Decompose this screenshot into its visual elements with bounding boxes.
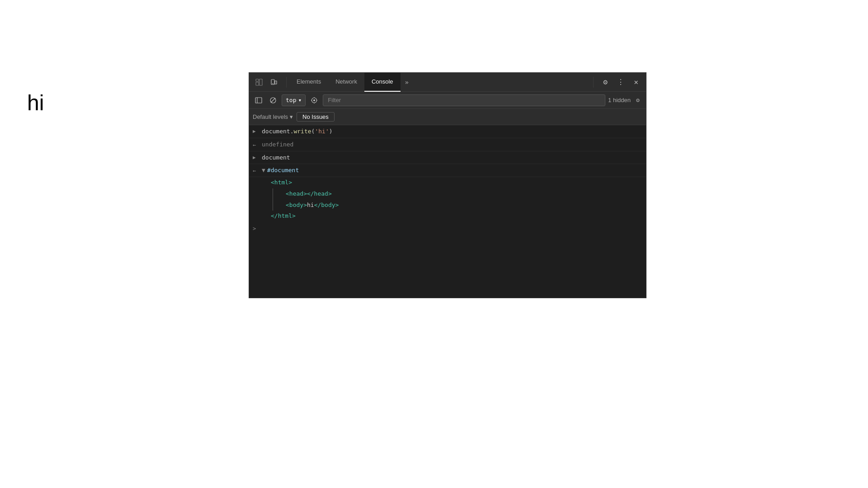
expand-arrow-1[interactable]: ▶ bbox=[253, 128, 259, 136]
context-dropdown-arrow: ▾ bbox=[298, 97, 302, 103]
tree-head-tag: <head></head> bbox=[286, 189, 332, 199]
device-toolbar-icon[interactable] bbox=[267, 76, 280, 89]
tree-line-html-close: </html> bbox=[267, 211, 646, 222]
return-arrow-2: ← bbox=[253, 167, 259, 175]
tree-line-body: <body>hi</body> bbox=[278, 200, 646, 211]
tree-children: <head></head> <body>hi</body> bbox=[267, 188, 646, 211]
console-prompt: > bbox=[253, 225, 256, 232]
tree-html-tag: <html> bbox=[271, 178, 292, 188]
toolbar-icon-group bbox=[253, 76, 280, 89]
context-label: top bbox=[286, 97, 296, 103]
toolbar-right-actions: ⚙ ⋮ ✕ bbox=[590, 76, 642, 89]
svg-point-11 bbox=[313, 99, 315, 101]
svg-rect-2 bbox=[259, 79, 262, 85]
close-devtools-button[interactable]: ✕ bbox=[630, 76, 642, 89]
sidebar-toggle-icon[interactable] bbox=[253, 94, 264, 106]
tab-network[interactable]: Network bbox=[328, 73, 364, 92]
tab-console[interactable]: Console bbox=[364, 73, 401, 92]
context-selector[interactable]: top ▾ bbox=[282, 94, 306, 106]
console-line-3: ▶ document bbox=[249, 151, 646, 164]
return-arrow-1: ← bbox=[253, 141, 259, 149]
default-levels-button[interactable]: Default levels ▾ bbox=[253, 113, 293, 120]
svg-rect-1 bbox=[256, 82, 259, 85]
hidden-count-badge: 1 hidden bbox=[608, 97, 631, 103]
default-levels-label: Default levels bbox=[253, 113, 288, 120]
tree-html-close-tag: </html> bbox=[271, 211, 296, 221]
more-tabs-icon[interactable]: » bbox=[401, 76, 413, 89]
console-code-3: document bbox=[262, 153, 290, 162]
tab-elements[interactable]: Elements bbox=[289, 73, 328, 92]
tree-inner: <head></head> <body>hi</body> bbox=[278, 188, 646, 211]
console-input-line: > bbox=[249, 222, 646, 235]
console-code-4: ▼#document bbox=[262, 166, 299, 175]
more-options-button[interactable]: ⋮ bbox=[614, 76, 627, 89]
live-expression-icon[interactable] bbox=[308, 94, 320, 106]
devtools-panel: Elements Network Console » ⚙ ⋮ ✕ top bbox=[249, 72, 646, 298]
default-levels-arrow: ▾ bbox=[290, 113, 293, 120]
settings-button[interactable]: ⚙ bbox=[599, 76, 612, 89]
toolbar-divider-1 bbox=[286, 77, 287, 88]
console-line-4: ← ▼#document bbox=[249, 164, 646, 177]
svg-rect-4 bbox=[275, 81, 277, 84]
devtools-top-toolbar: Elements Network Console » ⚙ ⋮ ✕ bbox=[249, 73, 646, 92]
console-code-1: document.write('hi') bbox=[262, 127, 333, 136]
svg-line-9 bbox=[271, 98, 275, 103]
no-issues-button[interactable]: No Issues bbox=[297, 112, 335, 122]
svg-rect-6 bbox=[255, 98, 262, 103]
page-body-text: hi bbox=[27, 90, 44, 115]
tree-line-head: <head></head> bbox=[278, 188, 646, 200]
console-line-1: ▶ document.write('hi') bbox=[249, 125, 646, 138]
expand-arrow-2[interactable]: ▶ bbox=[253, 154, 259, 162]
console-settings-icon[interactable]: ⚙ bbox=[633, 96, 642, 105]
inspect-element-icon[interactable] bbox=[253, 76, 265, 89]
console-filter-input[interactable] bbox=[323, 94, 605, 106]
console-undefined: undefined bbox=[262, 140, 293, 149]
tree-body-tag: <body>hi</body> bbox=[286, 201, 339, 210]
svg-rect-0 bbox=[256, 79, 259, 81]
console-output-area: ▶ document.write('hi') ← undefined ▶ doc… bbox=[249, 125, 646, 298]
console-filter-toolbar: Default levels ▾ No Issues bbox=[249, 109, 646, 125]
toolbar-divider-2 bbox=[593, 77, 594, 88]
console-secondary-toolbar: top ▾ 1 hidden ⚙ bbox=[249, 92, 646, 109]
tree-vertical-line bbox=[273, 188, 273, 211]
dom-tree: <html> <head></head> <body>hi</body> bbox=[249, 177, 646, 222]
clear-console-icon[interactable] bbox=[267, 94, 279, 106]
console-line-2: ← undefined bbox=[249, 138, 646, 151]
tree-line-html: <html> bbox=[267, 177, 646, 188]
